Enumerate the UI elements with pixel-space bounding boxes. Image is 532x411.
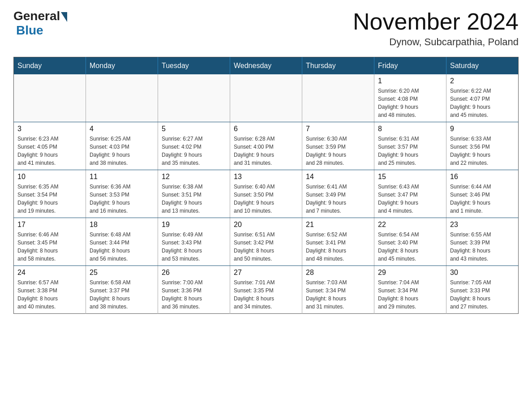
calendar-cell: 19Sunrise: 6:49 AMSunset: 3:43 PMDayligh… [158,218,230,266]
calendar-cell [158,74,230,122]
calendar-cell: 6Sunrise: 6:28 AMSunset: 4:00 PMDaylight… [230,122,302,170]
day-number: 21 [306,221,370,229]
day-number: 11 [90,173,154,181]
calendar-cell: 2Sunrise: 6:22 AMSunset: 4:07 PMDaylight… [446,74,519,122]
location-subtitle: Dynow, Subcarpathia, Poland [353,36,519,48]
calendar-cell: 13Sunrise: 6:40 AMSunset: 3:50 PMDayligh… [230,170,302,218]
calendar-cell: 7Sunrise: 6:30 AMSunset: 3:59 PMDaylight… [302,122,374,170]
week-row-5: 24Sunrise: 6:57 AMSunset: 3:38 PMDayligh… [14,266,519,314]
calendar-cell: 17Sunrise: 6:46 AMSunset: 3:45 PMDayligh… [14,218,86,266]
day-info: Sunrise: 6:44 AMSunset: 3:46 PMDaylight:… [450,183,515,215]
calendar-cell: 25Sunrise: 6:58 AMSunset: 3:37 PMDayligh… [86,266,158,314]
day-number: 3 [17,125,82,133]
calendar-cell: 15Sunrise: 6:43 AMSunset: 3:47 PMDayligh… [374,170,446,218]
day-number: 8 [378,125,442,133]
header-monday: Monday [86,57,158,75]
day-number: 15 [378,173,442,181]
calendar-cell: 21Sunrise: 6:52 AMSunset: 3:41 PMDayligh… [302,218,374,266]
day-number: 4 [90,125,154,133]
day-number: 1 [378,77,442,85]
calendar-cell: 3Sunrise: 6:23 AMSunset: 4:05 PMDaylight… [14,122,86,170]
day-info: Sunrise: 6:35 AMSunset: 3:54 PMDaylight:… [17,183,82,215]
day-number: 19 [162,221,226,229]
day-number: 9 [450,125,515,133]
day-number: 12 [162,173,226,181]
header-sunday: Sunday [14,57,86,75]
day-number: 23 [450,221,515,229]
calendar-cell [302,74,374,122]
logo: General Blue [13,9,67,38]
calendar-cell: 16Sunrise: 6:44 AMSunset: 3:46 PMDayligh… [446,170,519,218]
calendar-cell: 26Sunrise: 7:00 AMSunset: 3:36 PMDayligh… [158,266,230,314]
calendar-cell: 24Sunrise: 6:57 AMSunset: 3:38 PMDayligh… [14,266,86,314]
day-number: 16 [450,173,515,181]
day-number: 10 [17,173,82,181]
day-number: 29 [378,269,442,277]
header-row: SundayMondayTuesdayWednesdayThursdayFrid… [14,57,519,75]
calendar-cell: 27Sunrise: 7:01 AMSunset: 3:35 PMDayligh… [230,266,302,314]
week-row-2: 3Sunrise: 6:23 AMSunset: 4:05 PMDaylight… [14,122,519,170]
day-number: 17 [17,221,82,229]
calendar-cell: 9Sunrise: 6:33 AMSunset: 3:56 PMDaylight… [446,122,519,170]
logo-blue-text: Blue [16,23,43,37]
header-saturday: Saturday [446,57,519,75]
day-number: 28 [306,269,370,277]
calendar-cell: 30Sunrise: 7:05 AMSunset: 3:33 PMDayligh… [446,266,519,314]
week-row-3: 10Sunrise: 6:35 AMSunset: 3:54 PMDayligh… [14,170,519,218]
day-info: Sunrise: 6:55 AMSunset: 3:39 PMDaylight:… [450,231,515,263]
calendar-cell: 29Sunrise: 7:04 AMSunset: 3:34 PMDayligh… [374,266,446,314]
calendar-table: SundayMondayTuesdayWednesdayThursdayFrid… [13,57,519,314]
day-info: Sunrise: 6:22 AMSunset: 4:07 PMDaylight:… [450,87,515,119]
day-info: Sunrise: 6:54 AMSunset: 3:40 PMDaylight:… [378,231,442,263]
day-number: 22 [378,221,442,229]
calendar-cell [86,74,158,122]
day-info: Sunrise: 6:46 AMSunset: 3:45 PMDaylight:… [17,231,82,263]
header-friday: Friday [374,57,446,75]
day-number: 27 [234,269,298,277]
day-info: Sunrise: 6:27 AMSunset: 4:02 PMDaylight:… [162,135,226,167]
calendar-cell: 11Sunrise: 6:36 AMSunset: 3:53 PMDayligh… [86,170,158,218]
day-info: Sunrise: 6:57 AMSunset: 3:38 PMDaylight:… [17,278,82,311]
day-number: 25 [90,269,154,277]
day-info: Sunrise: 6:43 AMSunset: 3:47 PMDaylight:… [378,183,442,215]
week-row-4: 17Sunrise: 6:46 AMSunset: 3:45 PMDayligh… [14,218,519,266]
day-number: 30 [450,269,515,277]
day-info: Sunrise: 6:30 AMSunset: 3:59 PMDaylight:… [306,135,370,167]
calendar-cell: 14Sunrise: 6:41 AMSunset: 3:49 PMDayligh… [302,170,374,218]
day-info: Sunrise: 6:33 AMSunset: 3:56 PMDaylight:… [450,135,515,167]
header-wednesday: Wednesday [230,57,302,75]
day-info: Sunrise: 6:25 AMSunset: 4:03 PMDaylight:… [90,135,154,167]
day-number: 14 [306,173,370,181]
day-info: Sunrise: 6:20 AMSunset: 4:08 PMDaylight:… [378,87,442,119]
calendar-cell: 18Sunrise: 6:48 AMSunset: 3:44 PMDayligh… [86,218,158,266]
week-row-1: 1Sunrise: 6:20 AMSunset: 4:08 PMDaylight… [14,74,519,122]
calendar-cell [230,74,302,122]
day-number: 5 [162,125,226,133]
header: General Blue November 2024 Dynow, Subcar… [13,9,519,48]
day-number: 20 [234,221,298,229]
day-number: 26 [162,269,226,277]
day-info: Sunrise: 7:03 AMSunset: 3:34 PMDaylight:… [306,278,370,311]
day-number: 2 [450,77,515,85]
day-info: Sunrise: 6:28 AMSunset: 4:00 PMDaylight:… [234,135,298,167]
day-info: Sunrise: 6:36 AMSunset: 3:53 PMDaylight:… [90,183,154,215]
day-info: Sunrise: 6:41 AMSunset: 3:49 PMDaylight:… [306,183,370,215]
header-tuesday: Tuesday [158,57,230,75]
logo-arrow-icon [61,12,67,22]
day-info: Sunrise: 6:52 AMSunset: 3:41 PMDaylight:… [306,231,370,263]
day-info: Sunrise: 6:51 AMSunset: 3:42 PMDaylight:… [234,231,298,263]
day-number: 24 [17,269,82,277]
day-info: Sunrise: 6:38 AMSunset: 3:51 PMDaylight:… [162,183,226,215]
day-info: Sunrise: 6:23 AMSunset: 4:05 PMDaylight:… [17,135,82,167]
month-title: November 2024 [353,9,519,34]
calendar-cell: 28Sunrise: 7:03 AMSunset: 3:34 PMDayligh… [302,266,374,314]
calendar-cell: 22Sunrise: 6:54 AMSunset: 3:40 PMDayligh… [374,218,446,266]
day-number: 7 [306,125,370,133]
logo-general-text: General [13,9,60,23]
header-thursday: Thursday [302,57,374,75]
calendar-cell: 5Sunrise: 6:27 AMSunset: 4:02 PMDaylight… [158,122,230,170]
day-info: Sunrise: 6:49 AMSunset: 3:43 PMDaylight:… [162,231,226,263]
calendar-cell: 23Sunrise: 6:55 AMSunset: 3:39 PMDayligh… [446,218,519,266]
calendar-cell [14,74,86,122]
calendar-cell: 20Sunrise: 6:51 AMSunset: 3:42 PMDayligh… [230,218,302,266]
